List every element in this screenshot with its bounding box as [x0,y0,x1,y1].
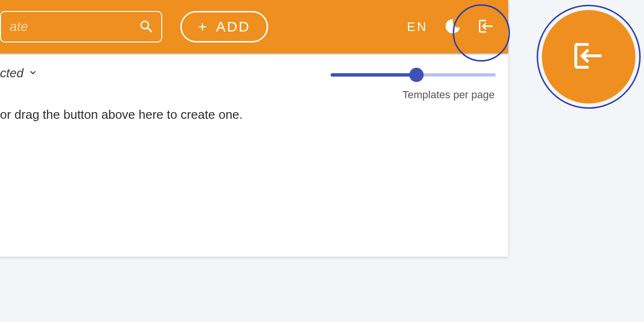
login-icon [478,18,495,36]
body-area: cted Templates per page or drag the butt… [0,53,508,122]
search-icon[interactable] [138,19,155,35]
search-field-wrap[interactable] [0,11,162,42]
theme-toggle-button[interactable] [441,15,464,38]
search-input[interactable] [10,12,133,42]
slider-track-fill [331,73,416,77]
annotation-circle-large [537,5,641,109]
templates-per-page-label: Templates per page [331,89,496,101]
app-panel: + ADD EN cted [0,0,508,257]
empty-state-hint: or drag the button above here to create … [0,107,493,122]
toolbar: + ADD EN [0,0,508,53]
login-icon [571,39,606,75]
templates-per-page-block: Templates per page [331,68,496,101]
login-button[interactable] [475,15,498,38]
language-button[interactable]: EN [404,16,431,38]
toolbar-right: EN [404,0,508,53]
moon-icon [444,18,461,36]
plus-icon: + [198,19,208,34]
add-button-label: ADD [216,19,250,35]
annotation-zoom-circle [542,10,635,104]
chevron-down-icon [28,66,38,81]
templates-per-page-slider[interactable] [331,68,496,82]
selected-dropdown-label: cted [0,66,23,81]
slider-thumb[interactable] [409,68,424,82]
add-button[interactable]: + ADD [180,11,268,42]
